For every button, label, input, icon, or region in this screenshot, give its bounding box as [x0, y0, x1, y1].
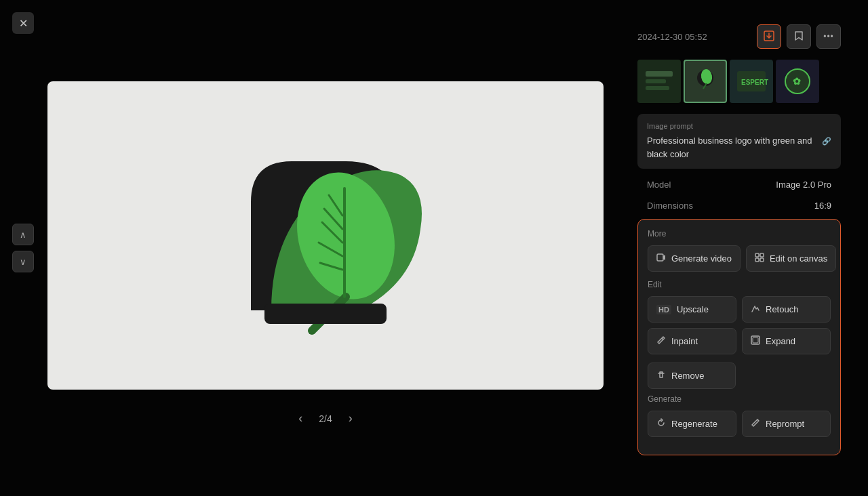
- regenerate-icon: [656, 418, 666, 430]
- expand-button[interactable]: Expand: [742, 328, 831, 354]
- side-nav: ∧ ∨: [12, 224, 34, 272]
- logo-image: [210, 121, 441, 351]
- image-container: [47, 81, 604, 390]
- svg-rect-28: [760, 258, 764, 262]
- more-panel: More Generate video: [637, 219, 841, 455]
- dimensions-label: Dimensions: [647, 201, 693, 211]
- retouch-icon: [751, 304, 760, 315]
- dimensions-row: Dimensions 16:9: [637, 195, 841, 216]
- inpaint-icon: [656, 335, 666, 347]
- download-icon: [764, 30, 774, 43]
- chevron-up-button[interactable]: ∧: [12, 224, 34, 245]
- next-button[interactable]: ›: [343, 409, 358, 428]
- thumbnails: ESPERT ✿: [637, 60, 841, 103]
- inpaint-button[interactable]: Inpaint: [648, 328, 736, 354]
- svg-rect-26: [760, 253, 764, 257]
- retouch-button[interactable]: Retouch: [742, 296, 831, 323]
- thumbnail-4[interactable]: ✿: [776, 60, 819, 103]
- model-label: Model: [647, 180, 671, 190]
- thumbnail-3[interactable]: ESPERT: [730, 60, 773, 103]
- thumbnail-2[interactable]: [684, 60, 727, 103]
- ellipsis-icon: •••: [823, 32, 834, 41]
- prompt-edit-icon[interactable]: 🔗: [822, 136, 831, 147]
- timestamp: 2024-12-30 05:52: [637, 32, 707, 42]
- svg-rect-25: [755, 253, 759, 257]
- image-viewer: ‹ 2/4 ›: [27, 24, 624, 485]
- remove-button[interactable]: Remove: [648, 363, 736, 389]
- generate-video-icon: [656, 253, 666, 264]
- more-menu-button[interactable]: •••: [816, 24, 841, 49]
- prev-button[interactable]: ‹: [293, 409, 308, 428]
- right-panel: 2024-12-30 05:52: [637, 24, 841, 455]
- svg-text:✿: ✿: [793, 76, 801, 87]
- nav-controls: ‹ 2/4 ›: [293, 409, 357, 428]
- expand-label: Expand: [766, 336, 795, 346]
- image-info-section: Image prompt Professional business logo …: [637, 114, 841, 169]
- edit-on-canvas-icon: [755, 253, 764, 264]
- generate-video-label: Generate video: [671, 253, 732, 264]
- model-row: Model Image 2.0 Pro: [637, 174, 841, 195]
- svg-rect-11: [646, 71, 673, 77]
- remove-icon: [656, 370, 666, 381]
- regenerate-button[interactable]: Regenerate: [648, 411, 736, 437]
- expand-icon: [751, 335, 760, 347]
- download-button[interactable]: [757, 24, 781, 49]
- bookmark-button[interactable]: [787, 24, 811, 49]
- dimensions-value: 16:9: [814, 201, 831, 211]
- svg-rect-8: [264, 304, 387, 324]
- reprompt-button[interactable]: Reprompt: [742, 411, 831, 437]
- more-actions-grid: Generate video Edit on canvas: [648, 245, 831, 272]
- chevron-down-button[interactable]: ∨: [12, 251, 34, 272]
- main-content: ‹ 2/4 › 2024-12-30 05:52: [27, 11, 841, 485]
- svg-rect-30: [753, 337, 758, 343]
- reprompt-label: Reprompt: [766, 419, 804, 429]
- svg-rect-13: [646, 86, 669, 90]
- reprompt-icon: [751, 418, 760, 430]
- edit-on-canvas-button[interactable]: Edit on canvas: [746, 245, 836, 272]
- top-toolbar: 2024-12-30 05:52: [637, 24, 841, 49]
- upscale-button[interactable]: HD Upscale: [648, 296, 736, 323]
- generate-section-label: Generate: [648, 394, 831, 404]
- edit-on-canvas-label: Edit on canvas: [770, 253, 827, 264]
- svg-rect-27: [755, 258, 759, 262]
- more-section-label: More: [648, 229, 831, 239]
- upscale-icon: HD: [656, 305, 671, 314]
- generate-actions-grid: Regenerate Reprompt: [648, 411, 831, 437]
- generate-video-button[interactable]: Generate video: [648, 245, 741, 272]
- regenerate-label: Regenerate: [671, 419, 717, 429]
- svg-rect-12: [646, 79, 666, 83]
- prompt-text: Professional business logo with green an…: [647, 134, 831, 161]
- svg-rect-24: [657, 254, 663, 261]
- model-value: Image 2.0 Pro: [776, 180, 831, 190]
- edit-actions-grid: HD Upscale Retouch: [648, 296, 831, 354]
- edit-section-label: Edit: [648, 280, 831, 289]
- bookmark-icon: [794, 30, 804, 43]
- inpaint-label: Inpaint: [671, 336, 698, 346]
- remove-label: Remove: [671, 371, 704, 381]
- svg-text:ESPERT: ESPERT: [741, 79, 768, 86]
- modal-overlay: ✕ ∧ ∨: [0, 0, 868, 496]
- page-indicator: 2/4: [319, 413, 332, 424]
- retouch-label: Retouch: [766, 304, 798, 314]
- upscale-label: Upscale: [677, 304, 709, 314]
- thumbnail-1[interactable]: [637, 60, 681, 103]
- close-button[interactable]: ✕: [12, 12, 34, 34]
- prompt-label: Image prompt: [647, 122, 831, 130]
